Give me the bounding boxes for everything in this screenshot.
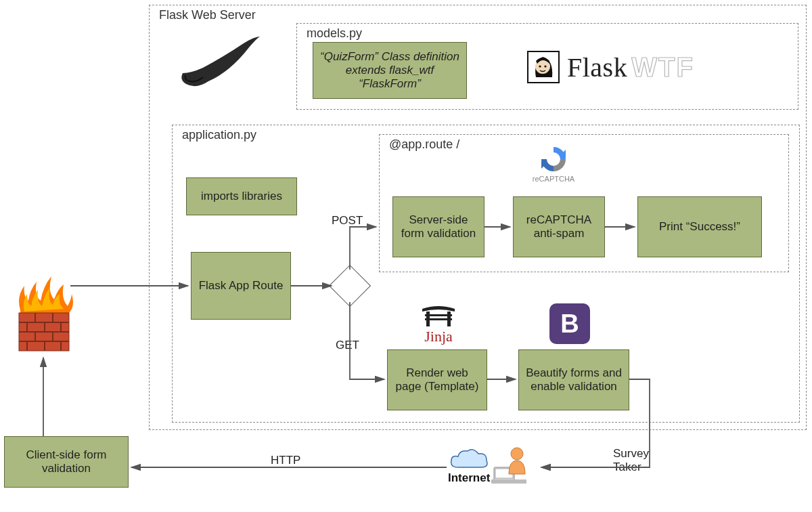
node-beautify-validation: Beautify forms and enable validation	[518, 349, 629, 410]
container-title-app-route: @app.route /	[386, 137, 462, 152]
recaptcha-caption: reCAPTCHA	[526, 175, 581, 183]
node-render-template: Render web page (Template)	[387, 349, 487, 410]
cloud-icon	[449, 448, 489, 473]
svg-rect-11	[425, 318, 452, 320]
jinja-text: Jinja	[420, 328, 457, 345]
svg-point-0	[250, 41, 253, 43]
user-at-desk-icon	[490, 444, 531, 485]
container-title-application-py: application.py	[179, 128, 259, 142]
node-quizform: “QuizForm” Class definition extends flas…	[313, 42, 467, 99]
label-post: POST	[332, 214, 363, 228]
firewall-icon	[14, 270, 74, 360]
node-print-success: Print “Success!”	[637, 196, 762, 257]
node-client-side-validation-text: Client-side form validation	[12, 448, 121, 475]
flaskwtf-text-wtf: WTF	[631, 52, 694, 83]
jinja-gate-icon	[420, 303, 457, 328]
node-imports-libraries: imports libraries	[186, 177, 297, 215]
svg-point-29	[511, 448, 523, 460]
container-title-models-py: models.py	[304, 26, 365, 41]
node-flask-app-route-text: Flask App Route	[199, 279, 284, 293]
node-quizform-text: “QuizForm” Class definition extends flas…	[320, 50, 459, 91]
label-http: HTTP	[271, 454, 300, 467]
node-render-template-text: Render web page (Template)	[394, 366, 480, 393]
flaskwtf-logo: Flask WTF	[526, 50, 694, 84]
svg-point-1	[245, 46, 248, 49]
node-client-side-validation: Client-side form validation	[4, 436, 129, 488]
svg-rect-28	[491, 479, 526, 484]
recaptcha-icon	[538, 144, 569, 175]
flaskwtf-text-flask: Flask	[567, 51, 627, 83]
node-imports-text: imports libraries	[201, 190, 282, 203]
bootstrap-letter: B	[560, 310, 579, 339]
jinja-logo: Jinja	[420, 303, 457, 345]
recaptcha-logo: reCAPTCHA	[526, 144, 581, 183]
internet-group: Internet	[448, 444, 531, 485]
node-server-side-validation: Server-side form validation	[392, 196, 484, 257]
svg-rect-10	[425, 314, 452, 316]
internet-text: Internet	[448, 471, 490, 485]
container-title-flask-web-server: Flask Web Server	[156, 8, 258, 22]
flaskwtf-man-icon	[526, 50, 560, 84]
node-print-success-text: Print “Success!”	[659, 220, 740, 234]
svg-point-5	[544, 65, 546, 67]
node-flask-app-route: Flask App Route	[191, 252, 291, 320]
label-get: GET	[336, 339, 359, 352]
label-survey-taker: Survey Taker	[613, 447, 667, 474]
svg-point-4	[539, 65, 541, 67]
node-beautify-validation-text: Beautify forms and enable validation	[526, 366, 622, 393]
bootstrap-icon: B	[549, 303, 590, 344]
node-recaptcha-antispam-text: reCAPTCHA anti-spam	[520, 213, 597, 240]
node-server-side-validation-text: Server-side form validation	[400, 213, 477, 240]
horn-icon	[176, 33, 264, 96]
node-recaptcha-antispam: reCAPTCHA anti-spam	[513, 196, 605, 257]
